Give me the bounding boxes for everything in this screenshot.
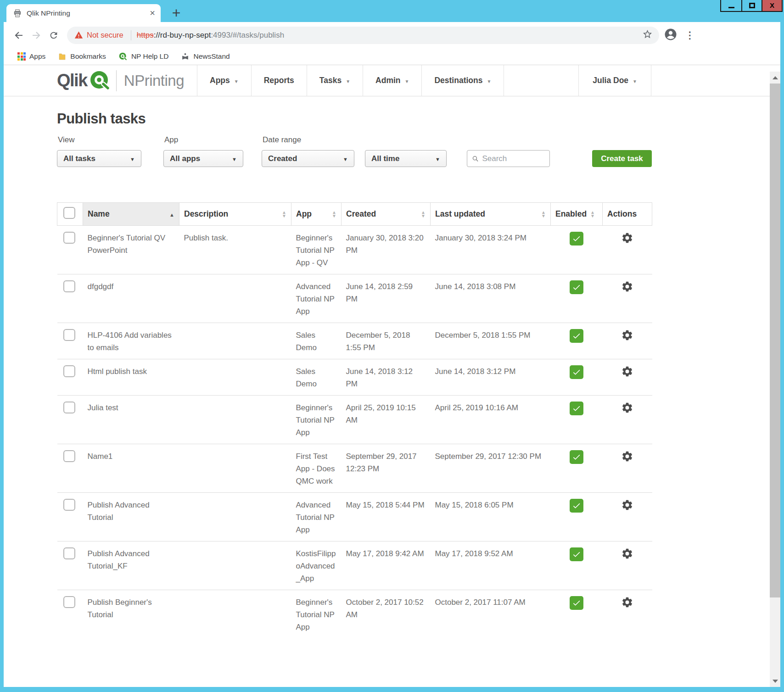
nav-apps[interactable]: Apps <box>197 65 251 96</box>
enabled-toggle[interactable] <box>570 329 583 343</box>
maximize-button[interactable] <box>741 0 762 11</box>
sort-icon <box>541 211 546 218</box>
task-actions-button[interactable] <box>621 280 633 296</box>
column-header-created[interactable]: Created <box>342 203 431 226</box>
vertical-scrollbar[interactable] <box>770 72 780 687</box>
close-button[interactable] <box>762 0 782 11</box>
task-name-link[interactable]: Beginner's Tutorial QV PowerPoint <box>88 234 166 255</box>
task-actions-button[interactable] <box>621 450 633 466</box>
task-updated: October 2, 2017 11:07 AM <box>431 590 551 639</box>
task-description <box>179 274 291 323</box>
enabled-toggle[interactable] <box>570 402 583 415</box>
row-checkbox[interactable] <box>63 365 75 377</box>
tab-close-icon[interactable] <box>150 8 155 18</box>
task-name-link[interactable]: Publish Advanced Tutorial_KF <box>88 549 150 570</box>
reload-button[interactable] <box>45 27 62 44</box>
search-input[interactable] <box>482 154 545 163</box>
scroll-down-button[interactable] <box>770 675 780 687</box>
task-row: Publish Beginner's TutorialBeginner's Tu… <box>57 590 652 639</box>
column-header-name[interactable]: Name <box>83 203 179 226</box>
bookmark-apps[interactable]: Apps <box>17 52 45 61</box>
task-actions-button[interactable] <box>621 596 633 612</box>
task-app: Beginner's Tutorial NP App <box>291 590 342 639</box>
table-header-row: Name Description App Created Last update… <box>57 203 652 226</box>
column-header-description[interactable]: Description <box>179 203 291 226</box>
app-filter-select[interactable]: All apps <box>163 150 243 167</box>
bookmark-newsstand[interactable]: NewsStand <box>181 52 230 61</box>
search-icon <box>472 155 479 163</box>
back-button[interactable] <box>10 27 28 44</box>
task-name-link[interactable]: Html publish task <box>88 367 147 376</box>
nav-reports[interactable]: Reports <box>251 65 307 96</box>
new-tab-button[interactable] <box>167 4 185 22</box>
nav-admin[interactable]: Admin <box>363 65 421 96</box>
task-name-link[interactable]: Julia test <box>88 403 118 412</box>
profile-button[interactable] <box>664 28 678 43</box>
task-actions-button[interactable] <box>621 365 633 381</box>
row-checkbox[interactable] <box>63 402 75 413</box>
task-name-link[interactable]: Publish Advanced Tutorial <box>88 501 150 522</box>
bookmark-star-button[interactable] <box>642 29 653 41</box>
row-checkbox[interactable] <box>63 450 75 462</box>
enabled-toggle[interactable] <box>570 596 583 610</box>
task-app: Advanced Tutorial NP App <box>291 274 342 323</box>
task-created: September 29, 2017 12:23 PM <box>342 444 431 493</box>
column-label: Name <box>88 209 110 219</box>
scrollbar-thumb[interactable] <box>770 84 780 597</box>
task-name-link[interactable]: Name1 <box>88 452 113 461</box>
date-field-select[interactable]: Created <box>262 150 354 167</box>
task-description <box>179 396 291 444</box>
column-header-enabled[interactable]: Enabled <box>551 203 603 226</box>
arrow-left-icon <box>13 30 24 41</box>
task-actions-button[interactable] <box>621 329 633 345</box>
nav-destinations[interactable]: Destinations <box>421 65 504 96</box>
time-period-select[interactable]: All time <box>365 150 447 167</box>
column-header-app[interactable]: App <box>291 203 342 226</box>
enabled-toggle[interactable] <box>570 280 583 294</box>
task-actions-button[interactable] <box>621 232 633 248</box>
bookmark-label: NewsStand <box>193 52 230 61</box>
task-actions-button[interactable] <box>621 402 633 418</box>
bookmark-np-help[interactable]: NP Help LD <box>118 52 169 61</box>
row-checkbox[interactable] <box>63 280 75 292</box>
forward-button[interactable] <box>28 27 45 44</box>
task-name-link[interactable]: Publish Beginner's Tutorial <box>88 598 152 619</box>
enabled-toggle[interactable] <box>570 232 583 246</box>
task-description <box>179 444 291 493</box>
enabled-toggle[interactable] <box>570 499 583 513</box>
view-filter-select[interactable]: All tasks <box>57 150 141 167</box>
row-checkbox[interactable] <box>63 547 75 559</box>
nav-label: Destinations <box>434 76 482 85</box>
task-name-cell: dfgdgdf <box>83 274 179 323</box>
task-name-link[interactable]: dfgdgdf <box>88 282 114 291</box>
enabled-toggle[interactable] <box>570 365 583 379</box>
enabled-toggle[interactable] <box>570 547 583 561</box>
task-created: December 5, 2018 1:55 PM <box>342 323 431 359</box>
nav-tasks[interactable]: Tasks <box>307 65 363 96</box>
create-task-button[interactable]: Create task <box>592 150 652 167</box>
user-menu[interactable]: Julia Doe <box>578 65 651 96</box>
select-all-checkbox[interactable] <box>63 207 75 219</box>
row-checkbox[interactable] <box>63 232 75 244</box>
row-checkbox[interactable] <box>63 499 75 511</box>
main-nav: Apps Reports Tasks Admin Destinations <box>197 65 504 96</box>
column-header-last-updated[interactable]: Last updated <box>431 203 551 226</box>
address-bar[interactable]: Not secure https://rd-buy-np-sept:4993/#… <box>67 27 659 44</box>
chevron-down-icon <box>405 76 409 85</box>
task-actions-button[interactable] <box>621 547 633 564</box>
check-icon <box>572 404 581 413</box>
row-checkbox[interactable] <box>63 596 75 608</box>
browser-menu-button[interactable] <box>683 30 697 41</box>
task-actions-button[interactable] <box>621 499 633 515</box>
minimize-button[interactable] <box>721 0 741 11</box>
browser-tab[interactable]: Qlik NPrinting <box>6 4 161 22</box>
task-updated: September 29, 2017 12:30 PM <box>431 444 551 493</box>
chevron-down-icon <box>487 76 491 85</box>
bookmark-bookmarks[interactable]: Bookmarks <box>58 52 106 61</box>
row-checkbox[interactable] <box>63 329 75 341</box>
avatar-icon <box>664 28 678 41</box>
scroll-up-button[interactable] <box>770 72 780 84</box>
task-created: June 14, 2018 3:12 PM <box>342 359 431 396</box>
task-name-link[interactable]: HLP-4106 Add variables to emails <box>88 331 172 352</box>
enabled-toggle[interactable] <box>570 450 583 464</box>
